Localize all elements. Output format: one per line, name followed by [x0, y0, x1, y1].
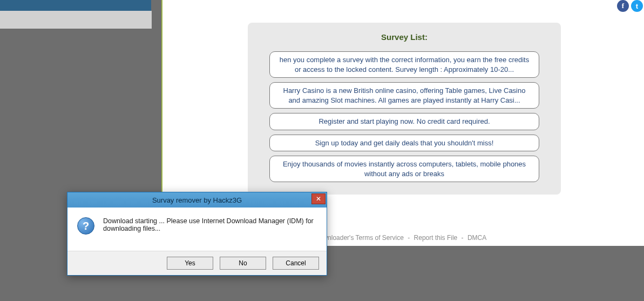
close-icon[interactable]: ✕ [311, 193, 326, 204]
survey-list-panel: Survey List: hen you complete a survey w… [248, 23, 561, 195]
survey-item[interactable]: Register and start playing now. No credi… [269, 113, 539, 130]
report-link[interactable]: Report this File [414, 234, 458, 242]
survey-item[interactable]: Sign up today and get daily deals that y… [269, 135, 539, 152]
sidebar-sub-strip [0, 11, 152, 29]
survey-item[interactable]: Enjoy thousands of movies instantly acro… [269, 156, 539, 182]
dialog-message: Download starting ... Please use Interne… [103, 217, 316, 232]
twitter-icon[interactable]: t [631, 0, 643, 12]
survey-list-title: Survey List: [261, 32, 548, 42]
dmca-link[interactable]: DMCA [467, 234, 486, 242]
survey-item[interactable]: hen you complete a survey with the corre… [269, 51, 539, 78]
tos-link[interactable]: ownloader's Terms of Service [320, 234, 404, 242]
dialog-body: ? Download starting ... Please use Inter… [67, 208, 327, 251]
message-dialog: Survay remover by Hackz3G ✕ ? Download s… [67, 192, 327, 276]
no-button[interactable]: No [220, 257, 266, 270]
survey-item[interactable]: Harry Casino is a new British online cas… [269, 82, 539, 109]
yes-button[interactable]: Yes [167, 257, 213, 270]
cancel-button[interactable]: Cancel [273, 257, 319, 270]
facebook-icon[interactable]: f [617, 0, 629, 12]
sidebar-header-strip [0, 0, 151, 11]
dialog-footer: Yes No Cancel [67, 251, 327, 275]
separator: - [408, 234, 410, 242]
separator: - [462, 234, 464, 242]
dialog-title: Survay remover by Hackz3G [152, 196, 242, 204]
social-buttons: f t [617, 0, 643, 12]
question-icon: ? [77, 217, 94, 235]
dialog-titlebar[interactable]: Survay remover by Hackz3G ✕ [67, 192, 327, 208]
